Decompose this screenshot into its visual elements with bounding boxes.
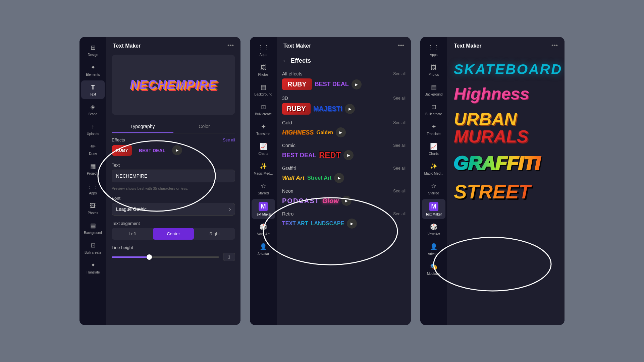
font-selector[interactable]: League Gothic › — [112, 203, 235, 216]
effects-see-all[interactable]: See all — [223, 138, 235, 142]
neon-category: Neon See all PODCAST Glow ► — [277, 186, 411, 206]
effects-next[interactable]: ► — [172, 145, 182, 155]
p2-translate[interactable]: ✦ Translate — [252, 120, 275, 138]
graffiti-wallart[interactable]: Wall Art — [282, 175, 305, 182]
sidebar-label-design: Design — [88, 53, 98, 57]
slider-thumb[interactable] — [147, 254, 152, 260]
all-ruby[interactable]: RUBY — [282, 78, 312, 90]
p3-more-options[interactable]: ••• — [551, 42, 558, 49]
graffiti-seeall[interactable]: See all — [393, 166, 406, 171]
align-center[interactable]: Center — [153, 228, 194, 240]
graffiti-text[interactable]: GRAFFITI — [454, 152, 558, 174]
p2-apps[interactable]: ⋮⋮ Apps — [252, 41, 275, 59]
align-right[interactable]: Right — [194, 228, 235, 240]
text-input[interactable] — [112, 170, 235, 182]
tab-typography[interactable]: Typography — [112, 120, 173, 133]
panel1-main: Text Maker ••• NECHEMPIRE Typography Col… — [106, 37, 240, 325]
gold-highness[interactable]: HIGHNESS — [282, 129, 314, 136]
comic-bestdeal[interactable]: BEST DEAL — [282, 152, 316, 159]
3d-seeall[interactable]: See all — [393, 96, 406, 101]
sidebar-item-photos[interactable]: 🖼 Photos — [81, 199, 105, 218]
all-bestdeal[interactable]: BEST DEAL — [315, 81, 349, 88]
neon-next[interactable]: ► — [341, 196, 352, 206]
p3-charts-icon: 📈 — [430, 142, 438, 150]
comic-red[interactable]: REDT — [319, 150, 341, 160]
more-options-button[interactable]: ••• — [227, 42, 234, 49]
sidebar-item-draw[interactable]: ✏ Draw — [81, 140, 105, 158]
sidebar-item-projects[interactable]: ▦ Projects — [81, 160, 105, 178]
retro-seeall[interactable]: See all — [393, 212, 406, 216]
p2-textmaker[interactable]: M Text Maker — [252, 199, 275, 219]
p2-bulk[interactable]: ⊡ Bulk create — [252, 100, 275, 119]
p3-bulk[interactable]: ⊡ Bulk create — [422, 100, 445, 119]
retro-landscape[interactable]: LANDSCAPE — [311, 221, 344, 227]
highness-text[interactable]: Highness — [454, 84, 558, 104]
p3-magicmed[interactable]: ✨ Magic Med... — [422, 160, 445, 178]
sidebar-item-design[interactable]: ⊞ Design — [81, 41, 105, 59]
neon-glow[interactable]: Glow — [322, 197, 339, 205]
murals-text[interactable]: MURALS — [454, 128, 558, 145]
panel2-header: Text Maker ••• — [277, 37, 411, 55]
street-text[interactable]: STREET — [454, 180, 558, 203]
effect-ruby[interactable]: RUBY — [112, 145, 132, 156]
skateboard-text[interactable]: SKATEBOARD — [454, 61, 558, 77]
font-section: Font League Gothic › — [106, 193, 240, 218]
comic-seeall[interactable]: See all — [393, 143, 406, 148]
p2-photos[interactable]: 🖼 Photos — [252, 61, 275, 79]
align-left[interactable]: Left — [112, 228, 153, 240]
p3-voxelart[interactable]: 🎲 VoxelArt — [422, 220, 445, 239]
effect-bestdeal[interactable]: BEST DEAL — [135, 145, 169, 156]
gold-golden[interactable]: Golden — [316, 129, 333, 135]
3d-majesti[interactable]: MAJESTI — [313, 105, 342, 113]
comic-next[interactable]: ► — [343, 150, 354, 160]
p3-artvatar[interactable]: 👤 Artvatar — [422, 240, 445, 258]
p2-more-options[interactable]: ••• — [398, 42, 404, 49]
p3-translate[interactable]: ✦ Translate — [422, 120, 445, 138]
p3-starred[interactable]: ☆ Starred — [422, 179, 445, 198]
3d-ruby[interactable]: RUBY — [282, 103, 311, 115]
p2-textmaker-icon: M — [259, 202, 268, 211]
sidebar-item-text[interactable]: T Text — [81, 80, 105, 99]
p2-starred[interactable]: ☆ Starred — [252, 179, 275, 198]
all-next[interactable]: ► — [352, 79, 362, 89]
align-label: Text alignment — [112, 221, 235, 226]
p2-voxelart[interactable]: 🎲 VoxelArt — [252, 220, 275, 239]
p3-apps[interactable]: ⋮⋮ Apps — [422, 41, 445, 59]
neon-podcast[interactable]: PODCAST — [282, 197, 320, 205]
retro-textart[interactable]: TEXT ART — [282, 221, 308, 227]
3d-category: 3D See all RUBY MAJESTI ► — [277, 93, 411, 115]
graffiti-streetart[interactable]: Street Art — [307, 175, 331, 181]
sidebar-item-apps[interactable]: ⋮⋮ Apps — [81, 179, 105, 198]
gold-row: HIGHNESS Golden ► — [282, 127, 406, 137]
p3-photos[interactable]: 🖼 Photos — [422, 61, 445, 79]
sidebar-item-brand[interactable]: ◈ Brand — [81, 100, 105, 119]
p2-background[interactable]: ▤ Background — [252, 80, 275, 99]
tab-color[interactable]: Color — [173, 120, 235, 133]
sidebar-item-elements[interactable]: ✦ Elements — [81, 61, 105, 79]
slider-track[interactable] — [112, 256, 219, 258]
p2-magicmed[interactable]: ✨ Magic Med... — [252, 160, 275, 178]
p2-charts[interactable]: 📈 Charts — [252, 140, 275, 158]
urban-text[interactable]: URBAN — [454, 110, 558, 128]
gold-seeall[interactable]: See all — [393, 120, 406, 125]
p3-background[interactable]: ▤ Background — [422, 80, 445, 99]
neon-seeall[interactable]: See all — [393, 189, 406, 193]
back-button[interactable]: ← — [282, 57, 288, 64]
p3-charts[interactable]: 📈 Charts — [422, 140, 445, 158]
p3-artvatar-icon: 👤 — [430, 243, 438, 251]
sidebar-item-translate[interactable]: ✦ ← Translate — [81, 258, 105, 277]
p3-textmaker[interactable]: M Text Maker — [422, 199, 445, 219]
gold-next[interactable]: ► — [336, 127, 346, 137]
all-effects-seeall[interactable]: See all — [393, 71, 406, 76]
p2-artvatar[interactable]: 👤 Artvatar — [252, 240, 275, 258]
retro-next[interactable]: ► — [347, 219, 357, 229]
graffiti-next[interactable]: ► — [334, 173, 344, 183]
sidebar-item-bulk[interactable]: ⊡ Bulk create — [81, 239, 105, 257]
p3-bulk-icon: ⊡ — [430, 103, 438, 111]
p3-mockups[interactable]: 🎭 Mockups — [422, 260, 445, 278]
sidebar-item-background[interactable]: ▤ Background — [81, 219, 105, 237]
sidebar-item-uploads[interactable]: ↑ Uploads — [81, 120, 105, 138]
p3-starred-label: Starred — [428, 191, 439, 195]
bulk-icon: ⊡ — [89, 241, 97, 249]
3d-next[interactable]: ► — [345, 104, 355, 114]
